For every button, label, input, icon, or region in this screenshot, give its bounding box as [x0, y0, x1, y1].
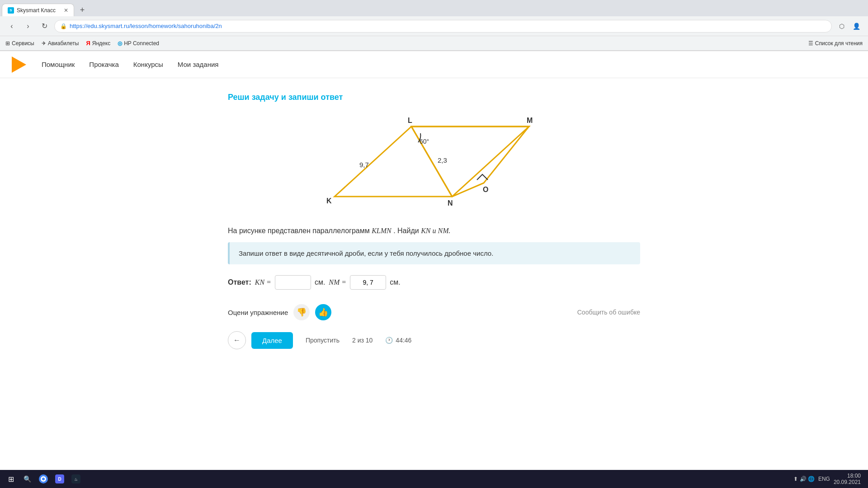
label-L: L [408, 117, 412, 124]
bookmark-aviabilety[interactable]: ✈ Авиабилеты [42, 40, 79, 47]
answer-label: Ответ: [228, 278, 251, 286]
tab-bar: S Skysmart Класс ✕ + [0, 0, 868, 16]
next-button[interactable]: Далее [251, 332, 293, 349]
report-error-button[interactable]: Сообщить об ошибке [577, 309, 640, 316]
parallelogram-name: KLMN [372, 227, 392, 235]
reload-button[interactable]: ↻ [38, 20, 51, 33]
yandex-icon: Я [86, 40, 90, 47]
app-logo[interactable] [11, 56, 27, 73]
svg-marker-2 [411, 127, 529, 197]
logo-triangle-icon [12, 56, 26, 73]
nm-unit: см. [390, 278, 400, 286]
tab-favicon: S [8, 7, 14, 14]
label-K: K [326, 197, 332, 205]
angle-label: 60° [420, 138, 429, 145]
problem-prefix: На рисунке представлен параллелограмм [228, 227, 372, 235]
thumbs-up-icon: 👍 [318, 307, 328, 317]
lock-icon: 🔒 [60, 23, 67, 29]
kn-label: KN = [255, 278, 271, 286]
bookmark-label: Сервисы [12, 40, 34, 47]
nav-actions: ⬡ 👤 [835, 20, 863, 33]
nav-item-proкачка[interactable]: Прокачка [89, 61, 118, 68]
nav-item-my-tasks[interactable]: Мои задания [178, 61, 219, 68]
problem-suffix: . Найди [393, 227, 421, 235]
back-nav-button[interactable]: ← [228, 331, 246, 349]
info-box: Запиши ответ в виде десятичной дроби, ес… [228, 242, 640, 264]
task-title: Реши задачу и запиши ответ [228, 93, 640, 102]
answer-section: Ответ: KN = см. NM = см. [228, 275, 640, 290]
active-tab[interactable]: S Skysmart Класс ✕ [2, 4, 74, 16]
nm-input[interactable] [350, 275, 386, 290]
thumbs-down-icon: 👎 [297, 307, 307, 317]
app-header: Помощник Прокачка Конкурсы Мои задания [0, 51, 868, 78]
url-input[interactable] [70, 23, 826, 29]
bookmark-label: Яндекс [92, 40, 110, 47]
profile-button[interactable]: 👤 [850, 20, 863, 33]
figure-container: K L M N O 60° 9,7 2,3 [228, 113, 640, 212]
app-nav: Помощник Прокачка Конкурсы Мои задания [42, 61, 219, 68]
reading-list-icon: ☰ [808, 40, 813, 47]
label-O: O [483, 186, 488, 193]
timer-icon: 🕐 [385, 337, 393, 344]
geometry-figure: K L M N O 60° 9,7 2,3 [316, 113, 552, 212]
hp-icon: ◎ [118, 40, 122, 47]
address-bar[interactable]: 🔒 [54, 20, 832, 33]
forward-button[interactable]: › [22, 20, 34, 33]
rating-label: Оцени упражнение [228, 309, 288, 316]
problem-text: На рисунке представлен параллелограмм KL… [228, 227, 640, 235]
reading-list-button[interactable]: ☰ Список для чтения [808, 40, 863, 47]
bookmark-label: HP Connected [124, 40, 159, 47]
rating-section: Оцени упражнение 👎 👍 Сообщить об ошибке [228, 304, 640, 320]
kn-unit: см. [315, 278, 325, 286]
nm-label: NM = [329, 278, 346, 286]
new-tab-button[interactable]: + [76, 4, 89, 16]
browser-chrome: S Skysmart Класс ✕ + ‹ › ↻ 🔒 ⬡ 👤 ⊞ Серви… [0, 0, 868, 51]
back-button[interactable]: ‹ [5, 20, 18, 33]
bookmark-label: Авиабилеты [48, 40, 79, 47]
nav-item-contests[interactable]: Конкурсы [133, 61, 163, 68]
bookmarks-bar: ⊞ Сервисы ✈ Авиабилеты Я Яндекс ◎ HP Con… [0, 36, 868, 51]
side-kl-label: 9,7 [359, 161, 369, 169]
bookmark-services[interactable]: ⊞ Сервисы [5, 40, 34, 47]
main-content: Реши задачу и запиши ответ K [217, 78, 651, 364]
info-box-text: Запиши ответ в виде десятичной дроби, ес… [239, 249, 493, 257]
bookmark-yandex[interactable]: Я Яндекс [86, 40, 110, 47]
kn-input[interactable] [275, 275, 311, 290]
tab-title: Skysmart Класс [17, 7, 56, 14]
timer: 🕐 44:46 [385, 337, 411, 344]
skip-button[interactable]: Пропустить [306, 337, 340, 344]
label-N: N [448, 199, 453, 207]
tab-close-button[interactable]: ✕ [64, 7, 68, 14]
reading-list-label: Список для чтения [815, 40, 863, 47]
plane-icon: ✈ [42, 40, 46, 47]
back-arrow-icon: ← [233, 336, 241, 344]
extensions-button[interactable]: ⬡ [835, 20, 848, 33]
nav-item-helper[interactable]: Помощник [42, 61, 75, 68]
progress-indicator: 2 из 10 [352, 337, 373, 344]
grid-icon: ⊞ [5, 40, 10, 47]
bookmark-hp[interactable]: ◎ HP Connected [118, 40, 159, 47]
thumbs-down-button[interactable]: 👎 [293, 304, 310, 320]
nav-bar: ‹ › ↻ 🔒 ⬡ 👤 [0, 16, 868, 36]
thumbs-up-button[interactable]: 👍 [315, 304, 331, 320]
find-values: KN и NM. [421, 227, 450, 235]
label-M: M [527, 117, 533, 124]
nav-buttons: ← Далее Пропустить 2 из 10 🕐 44:46 [228, 331, 640, 349]
side-ln-label: 2,3 [438, 156, 447, 164]
timer-value: 44:46 [396, 337, 411, 344]
